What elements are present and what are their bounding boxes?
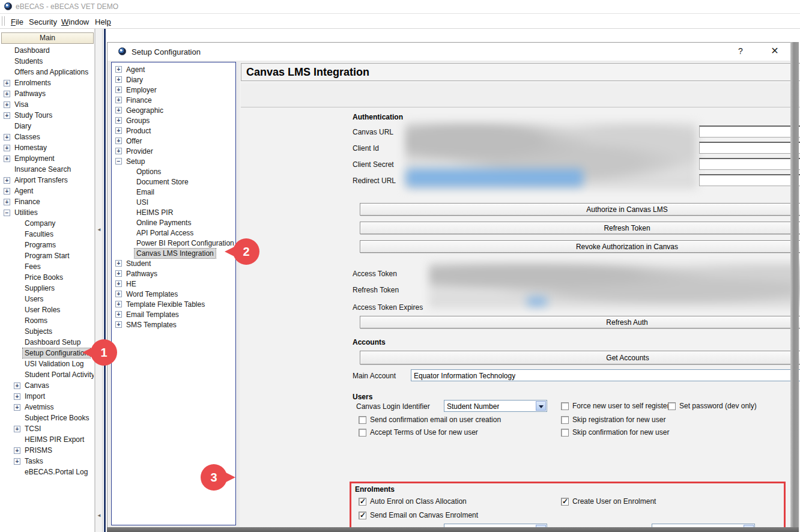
sidebar-tab-main[interactable]: Main <box>1 32 94 44</box>
tree-item-programs[interactable]: Programs <box>1 240 94 250</box>
tree-item-dashboard-setup[interactable]: Dashboard Setup <box>1 337 94 348</box>
tree-item-rooms[interactable]: Rooms <box>1 315 94 326</box>
tree-item-utilities[interactable]: −Utilities <box>1 207 94 218</box>
tree-item-usi[interactable]: USI <box>112 197 235 207</box>
tree-item-faculties[interactable]: Faculties <box>1 229 94 240</box>
tree-item-usi-validation-log[interactable]: USI Validation Log <box>1 358 94 369</box>
toolbar-grip[interactable] <box>2 16 5 26</box>
tree-item-finance[interactable]: +Finance <box>112 95 235 105</box>
expand-icon[interactable]: + <box>4 177 10 184</box>
expand-icon[interactable]: + <box>115 66 122 73</box>
tree-item-offer[interactable]: +Offer <box>112 136 235 146</box>
canvas-login-identifier-dropdown[interactable]: Student Number <box>444 400 547 412</box>
tree-item-user-roles[interactable]: User Roles <box>1 304 94 315</box>
menu-help[interactable]: Help <box>91 16 115 28</box>
tree-item-email-templates[interactable]: +Email Templates <box>112 309 235 319</box>
expand-icon[interactable]: + <box>4 101 10 108</box>
expand-icon[interactable]: + <box>115 138 122 144</box>
expand-icon[interactable]: + <box>14 382 20 389</box>
tree-item-company[interactable]: Company <box>1 218 94 229</box>
tree-item-employment[interactable]: +Employment <box>1 153 94 164</box>
expand-icon[interactable]: + <box>14 393 20 400</box>
expand-icon[interactable]: + <box>4 112 10 119</box>
tree-item-offers-and-applications[interactable]: Offers and Applications <box>1 67 94 77</box>
tree-item-price-books[interactable]: Price Books <box>1 272 94 283</box>
tree-item-prisms[interactable]: +PRISMS <box>1 445 94 456</box>
expand-icon[interactable]: + <box>115 311 122 318</box>
tree-item-setup[interactable]: −Setup <box>112 156 235 166</box>
refresh-auth-button[interactable]: Refresh Auth <box>360 316 800 328</box>
expand-icon[interactable]: + <box>4 199 10 205</box>
expand-icon[interactable]: + <box>4 80 10 86</box>
tree-item-airport-transfers[interactable]: +Airport Transfers <box>1 175 94 186</box>
tree-item-classes[interactable]: +Classes <box>1 131 94 142</box>
tree-item-heims-pir[interactable]: HEIMS PIR <box>112 207 235 217</box>
tree-item-geographic[interactable]: +Geographic <box>112 105 235 115</box>
tree-item-finance[interactable]: +Finance <box>1 196 94 207</box>
expand-icon[interactable]: + <box>115 107 122 113</box>
tree-item-avetmiss[interactable]: +Avetmiss <box>1 402 94 413</box>
expand-icon[interactable]: + <box>4 91 10 97</box>
expand-icon[interactable]: + <box>115 280 122 287</box>
tree-item-word-templates[interactable]: +Word Templates <box>112 289 235 299</box>
expand-icon[interactable]: + <box>115 270 122 277</box>
expand-icon[interactable]: + <box>115 148 122 154</box>
tree-item-dashboard[interactable]: Dashboard <box>1 45 94 56</box>
tree-item-canvas[interactable]: +Canvas <box>1 380 94 391</box>
dialog-help-button[interactable]: ? <box>735 46 747 56</box>
tree-item-diary[interactable]: +Diary <box>112 74 235 85</box>
splitter-collapse-icon[interactable]: ◄ <box>97 513 102 518</box>
menu-window[interactable]: Window <box>58 16 92 28</box>
splitter-collapse-icon[interactable]: ◄ <box>97 227 102 232</box>
get-accounts-button[interactable]: Get Accounts <box>360 351 800 364</box>
tree-item-visa[interactable]: +Visa <box>1 99 94 110</box>
expand-icon[interactable]: + <box>115 76 122 83</box>
checkbox-send-confirmation-email[interactable]: Send confirmation email on user creation <box>359 416 501 424</box>
authorize-in-canvas-button[interactable]: Authorize in Canvas LMS <box>360 203 800 216</box>
tree-item-study-tours[interactable]: +Study Tours <box>1 110 94 121</box>
collapse-icon[interactable]: − <box>4 210 10 216</box>
menu-security[interactable]: Security <box>25 16 61 28</box>
expand-icon[interactable]: + <box>4 156 10 162</box>
dialog-close-button[interactable]: ✕ <box>768 45 781 56</box>
refresh-token-button[interactable]: Refresh Token <box>360 222 800 234</box>
tree-item-api-portal-access[interactable]: API Portal Access <box>112 228 235 238</box>
tree-item-heims-pir-export[interactable]: HEIMS PIR Export <box>1 434 94 445</box>
tree-item-program-start[interactable]: Program Start <box>1 250 94 261</box>
tree-item-online-payments[interactable]: Online Payments <box>112 217 235 228</box>
expand-icon[interactable]: + <box>14 404 20 411</box>
tree-item-tasks[interactable]: +Tasks <box>1 456 94 467</box>
expand-icon[interactable]: + <box>14 447 20 454</box>
checkbox-accept-terms-of-use[interactable]: Accept Terms of Use for new user <box>359 428 478 437</box>
tree-item-pathways[interactable]: +Pathways <box>1 88 94 99</box>
canvas-url-input[interactable] <box>699 125 800 138</box>
tree-item-setup-configuration[interactable]: Setup Configuration <box>1 348 94 358</box>
tree-item-users[interactable]: Users <box>1 294 94 304</box>
sidebar-splitter[interactable]: ◄ ◄ <box>95 29 103 532</box>
collapse-icon[interactable]: − <box>115 158 122 165</box>
expand-icon[interactable]: + <box>115 291 122 297</box>
expand-icon[interactable]: + <box>4 134 10 141</box>
tree-item-employer[interactable]: +Employer <box>112 85 235 95</box>
redirect-url-input[interactable] <box>699 174 800 186</box>
checkbox-auto-enrol-class-allocation[interactable]: Auto Enrol on Class Allocation <box>359 497 467 506</box>
tree-item-sms-templates[interactable]: +SMS Templates <box>112 319 235 330</box>
expand-icon[interactable]: + <box>14 458 20 465</box>
tree-item-suppliers[interactable]: Suppliers <box>1 283 94 294</box>
checkbox-force-new-user-self-register[interactable]: Force new user to self register <box>561 402 669 410</box>
client-secret-input[interactable] <box>699 158 800 170</box>
tree-item-subjects[interactable]: Subjects <box>1 326 94 337</box>
tree-item-ebecas-portal-log[interactable]: eBECAS.Portal Log <box>1 467 94 477</box>
tree-item-pathways[interactable]: +Pathways <box>112 268 235 279</box>
checkbox-set-password-dev-only[interactable]: Set password (dev only) <box>668 402 757 410</box>
tree-item-students[interactable]: Students <box>1 56 94 67</box>
tree-item-subject-price-books[interactable]: Subject Price Books <box>1 413 94 423</box>
expand-icon[interactable]: + <box>115 301 122 307</box>
tree-item-enrolments[interactable]: +Enrolments <box>1 77 94 88</box>
checkbox-send-email-canvas-enrolment[interactable]: Send Email on Canvas Enrolment <box>359 511 478 519</box>
tree-item-import[interactable]: +Import <box>1 391 94 402</box>
expand-icon[interactable]: + <box>4 145 10 151</box>
tree-item-power-bi-report-configuration[interactable]: Power BI Report Configuration <box>112 238 235 248</box>
expand-icon[interactable]: + <box>115 127 122 134</box>
tree-item-document-store[interactable]: Document Store <box>112 177 235 187</box>
